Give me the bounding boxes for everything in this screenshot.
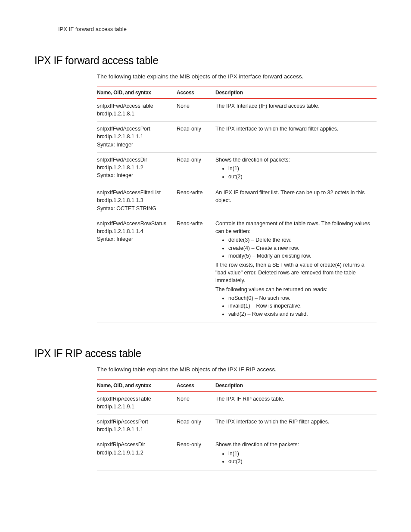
list-item: invalid(1) – Row is inoperative. [228,302,372,310]
running-head: IPX IF forward access table [58,26,377,32]
list-item: valid(2) – Row exists and is valid. [228,310,372,318]
column-header: Access [177,87,215,99]
table-row: snIpxIfFwdAccessRowStatusbrcdIp.1.2.1.8.… [97,216,377,323]
cell-access: Read-write [177,216,215,323]
cell-access: None [177,391,215,414]
name-line: brcdIp.1.2.1.8.1.1.1 [97,133,172,140]
name-line: snIpxIfFwdAccessRowStatus [97,220,172,227]
description-text: An IPX IF forward filter list. There can… [215,189,372,204]
cell-description: Controls the management of the table row… [215,216,377,323]
table-row: snIpxIfRipAccessPortbrcdIp.1.2.1.9.1.1.1… [97,414,377,437]
cell-name-oid-syntax: snIpxIfFwdAccessRowStatusbrcdIp.1.2.1.8.… [97,216,177,323]
cell-description: The IPX interface to which the forward f… [215,121,377,152]
list-item: noSuch(0) – No such row. [228,294,372,302]
description-list: in(1)out(2) [228,450,372,466]
cell-name-oid-syntax: snIpxIfFwdAccessPortbrcdIp.1.2.1.8.1.1.1… [97,121,177,152]
cell-access: Read-only [177,437,215,470]
cell-access: Read-only [177,152,215,185]
name-line: snIpxIfRipAccessDir [97,441,172,448]
list-item: out(2) [228,457,372,466]
list-item: out(2) [228,173,372,181]
section: IPX IF RIP access tableThe following tab… [34,347,377,470]
name-line: snIpxIfFwdAccessTable [97,102,172,110]
cell-access: Read-write [177,185,215,216]
cell-name-oid-syntax: snIpxIfRipAccessPortbrcdIp.1.2.1.9.1.1.1 [97,414,177,437]
cell-name-oid-syntax: snIpxIfFwdAccessDirbrcdIp.1.2.1.8.1.1.2S… [97,152,177,185]
cell-description: The IPX IF RIP access table. [215,391,377,414]
section-intro: The following table explains the MIB obj… [97,366,377,373]
cell-name-oid-syntax: snIpxIfRipAccessTablebrcdIp.1.2.1.9.1 [97,391,177,414]
list-item: modify(5) – Modify an existing row. [228,252,372,260]
page: IPX IF forward access table IPX IF forwa… [0,0,411,520]
table-row: snIpxIfRipAccessDirbrcdIp.1.2.1.9.1.1.2R… [97,437,377,470]
cell-description: The IPX Interface (IF) forward access ta… [215,99,377,121]
table-row: snIpxIfRipAccessTablebrcdIp.1.2.1.9.1Non… [97,391,377,414]
name-line: brcdIp.1.2.1.9.1 [97,403,172,411]
name-line: snIpxIfFwdAccessDir [97,156,172,164]
table-row: snIpxIfFwdAccessFilterListbrcdIp.1.2.1.8… [97,185,377,216]
cell-access: None [177,99,215,121]
section-intro: The following table explains the MIB obj… [97,73,377,80]
description-text: The following values can be returned on … [215,286,372,293]
name-line: brcdIp.1.2.1.8.1 [97,110,172,118]
list-item: in(1) [228,165,372,173]
description-list: noSuch(0) – No such row.invalid(1) – Row… [228,294,372,318]
table-row: snIpxIfFwdAccessPortbrcdIp.1.2.1.8.1.1.1… [97,121,377,152]
section: IPX IF forward access tableThe following… [34,54,377,323]
description-text: The IPX interface to which the forward f… [215,125,372,133]
description-list: delete(3) – Delete the row.create(4) – C… [228,236,372,260]
name-line: Syntax: Integer [97,171,172,179]
cell-description: Shows the direction of packets:in(1)out(… [215,152,377,185]
mib-table: Name, OID, and syntaxAccessDescriptionsn… [97,87,377,323]
name-line: brcdIp.1.2.1.8.1.1.3 [97,196,172,204]
cell-access: Read-only [177,121,215,152]
table-row: snIpxIfFwdAccessDirbrcdIp.1.2.1.8.1.1.2S… [97,152,377,185]
description-text: Shows the direction of the packets: [215,441,372,448]
description-text: Shows the direction of packets: [215,156,372,164]
name-line: brcdIp.1.2.1.8.1.1.2 [97,164,172,171]
list-item: delete(3) – Delete the row. [228,236,372,244]
description-list: in(1)out(2) [228,165,372,181]
name-line: Syntax: Integer [97,235,172,243]
description-text: The IPX Interface (IF) forward access ta… [215,102,372,110]
description-text: The IPX interface to which the RIP filte… [215,418,372,426]
cell-description: The IPX interface to which the RIP filte… [215,414,377,437]
column-header: Name, OID, and syntax [97,87,177,99]
mib-table: Name, OID, and syntaxAccessDescriptionsn… [97,380,377,470]
name-line: brcdIp.1.2.1.8.1.1.4 [97,227,172,235]
name-line: brcdIp.1.2.1.9.1.1.1 [97,426,172,433]
column-header: Name, OID, and syntax [97,380,177,391]
cell-name-oid-syntax: snIpxIfFwdAccessTablebrcdIp.1.2.1.8.1 [97,99,177,121]
description-text: If the row exists, then a SET with a val… [215,261,372,284]
cell-description: Shows the direction of the packets:in(1)… [215,437,377,470]
name-line: snIpxIfRipAccessTable [97,395,172,403]
section-heading: IPX IF forward access table [34,54,349,67]
cell-name-oid-syntax: snIpxIfFwdAccessFilterListbrcdIp.1.2.1.8… [97,185,177,216]
section-heading: IPX IF RIP access table [34,347,349,360]
name-line: snIpxIfRipAccessPort [97,418,172,426]
table-row: snIpxIfFwdAccessTablebrcdIp.1.2.1.8.1Non… [97,99,377,121]
description-text: The IPX IF RIP access table. [215,395,372,403]
column-header: Description [215,87,377,99]
name-line: snIpxIfFwdAccessPort [97,125,172,133]
list-item: in(1) [228,450,372,458]
column-header: Description [215,380,377,391]
cell-description: An IPX IF forward filter list. There can… [215,185,377,216]
name-line: brcdIp.1.2.1.9.1.1.2 [97,449,172,457]
column-header: Access [177,380,215,391]
cell-name-oid-syntax: snIpxIfRipAccessDirbrcdIp.1.2.1.9.1.1.2 [97,437,177,470]
cell-access: Read-only [177,414,215,437]
name-line: snIpxIfFwdAccessFilterList [97,189,172,196]
list-item: create(4) – Create a new row. [228,244,372,252]
name-line: Syntax: Integer [97,141,172,149]
description-text: Controls the management of the table row… [215,220,372,235]
name-line: Syntax: OCTET STRING [97,205,172,212]
